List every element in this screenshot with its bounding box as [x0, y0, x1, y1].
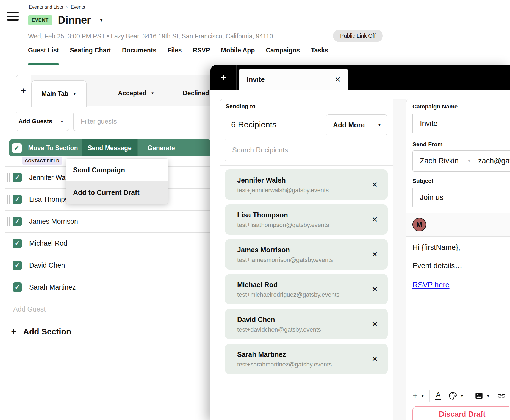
nav-tab-files[interactable]: Files	[167, 46, 182, 65]
guest-checkbox[interactable]: ✓	[13, 282, 22, 292]
menu-item-send-campaign[interactable]: Send Campaign	[66, 159, 168, 181]
tab-accepted[interactable]: Accepted▼	[107, 80, 166, 106]
select-all-checkbox[interactable]: ✓	[12, 143, 22, 153]
nav-tab-campaigns[interactable]: Campaigns	[266, 46, 300, 65]
insert-block-icon[interactable]: +	[412, 391, 418, 401]
campaign-name-input[interactable]: Invite	[412, 113, 510, 134]
theme-palette-icon[interactable]	[448, 391, 457, 400]
caret-down-icon[interactable]: ▼	[460, 394, 464, 398]
generate-button[interactable]: Generate	[138, 139, 210, 156]
check-icon: ✓	[15, 218, 20, 225]
event-nav: Guest List Seating Chart Documents Files…	[28, 46, 328, 65]
recipient-card: James Morrison test+jamesmorrison@gatsby…	[225, 239, 388, 270]
nav-tab-guest-list[interactable]: Guest List	[28, 46, 59, 65]
column-header-contact-field[interactable]: CONTACT FIELD	[22, 157, 62, 165]
divider	[5, 137, 210, 137]
divider	[220, 165, 393, 166]
add-more-split-button[interactable]: Add More ▼	[326, 114, 387, 135]
caret-down-icon[interactable]: ▼	[151, 91, 154, 95]
search-recipients-input[interactable]	[225, 139, 387, 161]
move-to-section-button[interactable]: Move To Section	[24, 139, 82, 156]
recipient-email: test+jenniferwalsh@gatsby.events	[237, 187, 329, 194]
add-tab-button[interactable]: +	[16, 75, 31, 106]
remove-recipient-icon[interactable]: ✕	[372, 250, 378, 259]
insert-link-icon[interactable]	[497, 391, 506, 400]
recipient-email: test+sarahmartinez@gatsby.events	[237, 361, 332, 368]
email-body-greeting[interactable]: Hi {firstName},	[412, 243, 460, 252]
breadcrumb-events[interactable]: Events	[71, 4, 85, 10]
guest-row[interactable]: ✓ Michael Rod	[5, 232, 210, 254]
tab-main-tab[interactable]: Main Tab▼	[31, 80, 87, 107]
panel-gap	[393, 99, 406, 420]
remove-recipient-icon[interactable]: ✕	[372, 320, 378, 329]
add-guest-row[interactable]: Add Guest	[5, 298, 210, 320]
recipient-name: Sarah Martinez	[237, 351, 286, 359]
caret-down-icon[interactable]: ▼	[421, 394, 424, 398]
drag-handle-icon[interactable]	[7, 217, 10, 226]
recipient-email: test+jamesmorrison@gatsby.events	[237, 256, 333, 264]
guest-checkbox[interactable]: ✓	[13, 195, 22, 204]
new-campaign-tab-button[interactable]: +	[210, 65, 236, 90]
public-link-toggle-badge[interactable]: Public Link Off	[333, 30, 383, 42]
subject-input[interactable]: Join us	[412, 187, 510, 208]
caret-down-icon[interactable]: ▼	[486, 394, 490, 398]
nav-tab-rsvp[interactable]: RSVP	[193, 46, 210, 65]
add-section-button[interactable]: + Add Section	[11, 326, 71, 337]
discard-draft-button[interactable]: Discard Draft	[412, 406, 510, 420]
drag-handle-icon[interactable]	[7, 195, 10, 204]
menu-icon[interactable]	[7, 12, 19, 21]
guest-name: David Chen	[29, 261, 65, 269]
filter-guests-input[interactable]	[73, 112, 210, 131]
send-message-context-menu: Send Campaign Add to Current Draft	[66, 159, 168, 204]
tab-declined[interactable]: Declined	[166, 80, 210, 106]
guest-row[interactable]: ✓ Sarah Martinez	[5, 276, 210, 298]
campaign-tab-title: Invite	[247, 75, 265, 83]
email-body-details[interactable]: Event details…	[412, 262, 462, 270]
remove-recipient-icon[interactable]: ✕	[372, 180, 378, 189]
insert-image-icon[interactable]	[475, 391, 483, 400]
guest-checkbox[interactable]: ✓	[13, 261, 22, 270]
plus-icon: +	[11, 326, 16, 337]
nav-tab-seating-chart[interactable]: Seating Chart	[70, 46, 111, 65]
remove-recipient-icon[interactable]: ✕	[372, 355, 378, 363]
recipient-name: Jennifer Walsh	[237, 176, 286, 184]
caret-down-icon[interactable]: ▼	[73, 92, 76, 96]
send-from-select[interactable]: Zach Rivkin ▼ zach@gatsby.events	[412, 150, 510, 172]
check-icon: ✓	[15, 174, 20, 181]
nav-tab-mobile-app[interactable]: Mobile App	[221, 46, 255, 65]
add-guests-button[interactable]: Add Guests	[16, 112, 55, 131]
breadcrumb: Events and Lists › Events	[29, 4, 85, 10]
guest-checkbox[interactable]: ✓	[13, 173, 22, 182]
guest-checkbox[interactable]: ✓	[13, 217, 22, 226]
text-color-icon[interactable]: A	[435, 391, 441, 400]
add-more-caret[interactable]: ▼	[372, 115, 387, 135]
guest-name: James Morrison	[29, 217, 78, 225]
remove-recipient-icon[interactable]: ✕	[372, 285, 378, 294]
menu-item-add-to-current-draft[interactable]: Add to Current Draft	[66, 181, 168, 204]
select-all-segment[interactable]: ✓	[9, 139, 24, 156]
close-icon[interactable]: ✕	[334, 75, 341, 84]
guest-row[interactable]: ✓ David Chen	[5, 254, 210, 276]
send-message-button[interactable]: Send Message	[82, 139, 137, 156]
recipient-card: Lisa Thompson test+lisathompson@gatsby.e…	[225, 204, 388, 235]
guest-checkbox[interactable]: ✓	[13, 239, 22, 248]
rsvp-link[interactable]: RSVP here	[412, 281, 450, 289]
nav-tab-tasks[interactable]: Tasks	[311, 46, 328, 65]
add-guests-split-button[interactable]: Add Guests ▼	[16, 112, 69, 131]
next-section-border	[5, 415, 210, 415]
recipient-email: test+michaelrodriguez@gatsby.events	[237, 291, 339, 298]
chevron-right-icon: ›	[66, 4, 68, 10]
breadcrumb-events-and-lists[interactable]: Events and Lists	[29, 4, 63, 10]
add-more-button[interactable]: Add More	[326, 115, 372, 135]
app-header: Events and Lists › Events EVENT Dinner ▼…	[0, 0, 510, 65]
guest-row[interactable]: ✓ James Morrison	[5, 210, 210, 232]
remove-recipient-icon[interactable]: ✕	[372, 215, 378, 224]
title-caret-icon[interactable]: ▼	[99, 18, 104, 23]
send-from-name: Zach Rivkin	[420, 157, 459, 165]
drag-handle-icon[interactable]	[7, 173, 10, 182]
avatar[interactable]: M	[412, 218, 426, 231]
nav-tab-documents[interactable]: Documents	[122, 46, 156, 65]
add-guests-caret[interactable]: ▼	[55, 112, 69, 131]
caret-down-icon: ▼	[60, 119, 64, 124]
invite-campaign-tab[interactable]: Invite ✕	[239, 69, 348, 90]
